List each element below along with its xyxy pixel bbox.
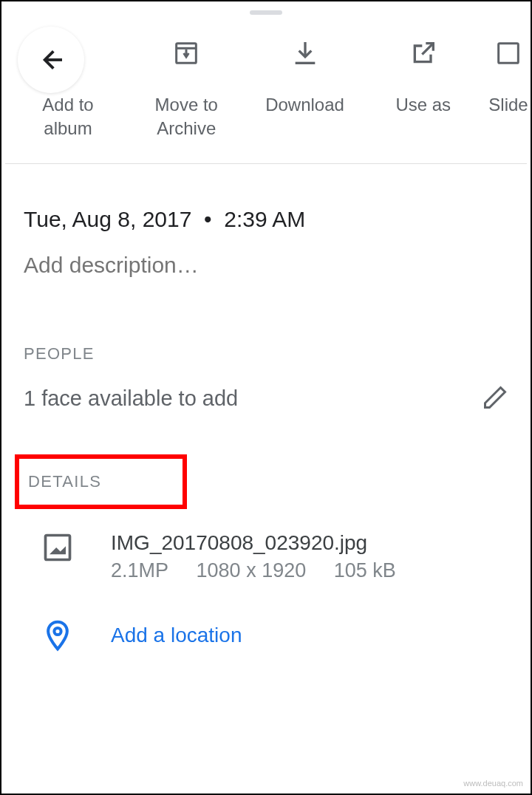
file-details-row: IMG_20170808_023920.jpg 2.1MP 1080 x 192… [24,531,508,582]
action-label: Slide [488,93,528,117]
slideshow-button[interactable]: Slide [486,31,531,117]
download-icon [290,38,320,68]
details-highlight-box: DETAILS [15,454,187,509]
photo-time: 2:39 AM [224,207,305,231]
image-icon [41,531,74,564]
watermark: www.deuaq.com [463,779,523,788]
slideshow-icon [494,38,523,68]
svg-point-12 [54,628,61,635]
file-meta: 2.1MP 1080 x 1920 105 kB [111,559,418,582]
faces-available-text[interactable]: 1 face available to add [24,386,238,411]
action-label: Download [265,93,344,117]
back-button[interactable] [18,27,84,93]
photo-datetime: Tue, Aug 8, 2017 • 2:39 AM [24,207,508,232]
action-label: Use as [395,93,451,117]
use-as-icon [409,38,438,68]
description-input[interactable] [24,253,508,278]
photo-date: Tue, Aug 8, 2017 [24,207,191,231]
divider [5,163,527,164]
megapixels-text: 2.1MP [111,559,168,581]
archive-icon [171,38,201,68]
svg-line-9 [422,44,433,55]
location-pin-icon [41,619,74,652]
action-label: Add to album [42,93,93,141]
svg-rect-10 [499,44,519,64]
details-section-header: DETAILS [28,472,101,491]
drag-handle[interactable] [250,10,282,15]
edit-people-button[interactable] [482,384,508,414]
use-as-button[interactable]: Use as [372,31,475,117]
move-to-archive-button[interactable]: Move to Archive [134,31,238,141]
filename-text: IMG_20170808_023920.jpg [111,531,418,555]
download-button[interactable]: Download [253,31,357,117]
add-location-button[interactable]: Add a location [24,619,508,652]
svg-rect-11 [46,535,70,559]
action-label: Move to Archive [155,93,218,141]
arrow-left-icon [36,45,66,75]
pencil-icon [482,384,508,411]
filesize-text: 105 kB [334,559,396,581]
people-section-header: PEOPLE [24,344,508,364]
add-location-text: Add a location [111,624,242,647]
resolution-text: 1080 x 1920 [197,559,307,581]
